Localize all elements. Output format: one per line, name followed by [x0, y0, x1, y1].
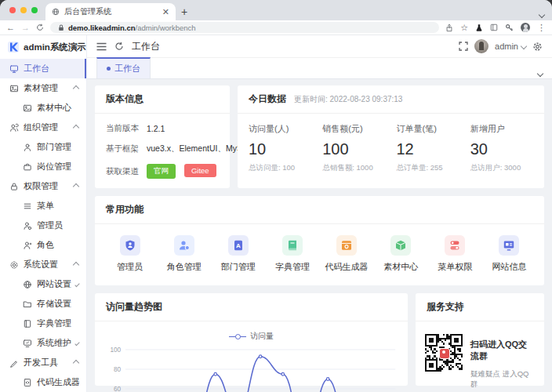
minimize-window-icon[interactable]: [20, 7, 27, 13]
sidebar-item-label: 素材管理: [24, 82, 58, 94]
code-gen-icon: [336, 235, 357, 256]
gear-icon: [9, 260, 19, 270]
user-icon: [23, 143, 32, 152]
sidebar-item[interactable]: 菜单: [0, 196, 86, 216]
feature-item[interactable]: 素材中心: [374, 235, 428, 273]
back-icon[interactable]: ←: [6, 24, 15, 32]
legend-item-visits[interactable]: 访问量: [103, 331, 400, 342]
fullscreen-icon[interactable]: [459, 42, 468, 51]
browser-tab[interactable]: 后台管理系统 ✕: [45, 3, 176, 20]
feature-item[interactable]: 菜单权限: [428, 235, 482, 273]
share-icon[interactable]: [445, 24, 453, 32]
sidebar-item[interactable]: 存储设置: [0, 294, 86, 314]
app-logo: admin系统演示: [0, 35, 86, 59]
user-avatar[interactable]: [474, 39, 488, 53]
window-controls[interactable]: [0, 0, 45, 20]
sidebar-item[interactable]: 岗位管理: [0, 157, 86, 176]
qq-group-qrcode: [425, 334, 463, 372]
sidebar-item[interactable]: 素材中心: [0, 98, 86, 118]
refresh-icon[interactable]: [114, 42, 124, 51]
qr-title: 扫码进入QQ交流群: [470, 339, 535, 362]
sidebar-item[interactable]: 字典管理: [0, 314, 86, 333]
admin-shield-icon: [120, 235, 140, 256]
chevron-up-icon: [73, 261, 79, 267]
svg-text:60: 60: [114, 385, 121, 392]
legend-label: 访问量: [250, 331, 274, 342]
visits-trend-card: 访问量趋势图 访问量 100806040200: [95, 293, 408, 386]
password-key-icon[interactable]: [505, 24, 514, 32]
chart-card-title: 访问量趋势图: [106, 300, 162, 314]
feature-item[interactable]: 角色管理: [157, 235, 211, 273]
tab-options-chevron-icon[interactable]: [538, 65, 543, 79]
tab-search-chevron-icon[interactable]: [539, 6, 544, 20]
sidebar-item[interactable]: 系统维护: [0, 333, 86, 353]
sidebar-item[interactable]: 开发工具: [0, 353, 86, 372]
feature-item[interactable]: 代码生成器: [320, 235, 374, 273]
sidebar-item-label: 存储设置: [37, 298, 71, 310]
feature-item[interactable]: 字典管理: [265, 235, 319, 273]
book-icon: [23, 319, 32, 328]
sidebar-item[interactable]: 素材管理: [0, 78, 86, 98]
sidebar-item[interactable]: 管理员: [0, 216, 86, 235]
stat-label: 新增用户: [470, 123, 544, 135]
stat-item: 新增用户 30 总访用户: 3000: [470, 123, 544, 173]
browser-window: 后台管理系统 ✕ + ← → demo.likeadmin.cn/admin/w…: [0, 0, 552, 392]
feature-item[interactable]: A部门管理: [211, 235, 265, 273]
bookmark-star-icon[interactable]: ☆: [460, 24, 468, 32]
stat-total: 总访用户: 3000: [470, 163, 544, 173]
sidebar-item[interactable]: 角色: [0, 235, 86, 255]
sidebar: admin系统演示 工作台素材管理素材中心组织管理部门管理岗位管理权限管理菜单管…: [0, 35, 87, 392]
close-window-icon[interactable]: [9, 7, 16, 13]
extension-flask-icon[interactable]: [475, 24, 483, 32]
support-card-title: 服务支持: [427, 300, 464, 314]
legend-line-marker-icon: [229, 336, 246, 337]
sidebar-item[interactable]: 代码生成器: [0, 372, 86, 392]
admin-icon: [23, 221, 32, 230]
new-tab-button[interactable]: +: [176, 3, 193, 20]
role-user-icon: [174, 235, 194, 256]
reading-mode-icon[interactable]: [490, 24, 498, 31]
reload-icon[interactable]: [36, 24, 44, 31]
svg-text:100: 100: [110, 346, 121, 354]
sidebar-item[interactable]: 权限管理: [0, 176, 86, 196]
address-bar[interactable]: demo.likeadmin.cn/admin/workbench: [50, 22, 439, 33]
url-path: /admin/workbench: [136, 24, 196, 32]
sidebar-item[interactable]: 网站设置: [0, 274, 86, 294]
sidebar-item-label: 系统设置: [24, 259, 58, 270]
people-icon: [9, 123, 19, 132]
browser-profile-avatar[interactable]: [521, 23, 530, 32]
gitee-button[interactable]: Gitee: [184, 164, 216, 177]
collapse-menu-icon[interactable]: [96, 42, 107, 51]
breadcrumb: 工作台: [132, 40, 160, 53]
feature-item[interactable]: 网站信息: [482, 235, 536, 273]
tab-workbench[interactable]: 工作台: [96, 57, 151, 78]
service-support-card: 服务支持 扫码进入QQ交流群 疑难疑点 进入QQ群: [416, 293, 544, 386]
zoom-window-icon[interactable]: [31, 7, 38, 13]
sidebar-item[interactable]: 组织管理: [0, 118, 86, 137]
sidebar-item[interactable]: 部门管理: [0, 137, 86, 157]
visits-line-chart: 100806040200: [103, 343, 400, 392]
sidebar-item-label: 组织管理: [24, 122, 58, 133]
feature-item[interactable]: 管理员: [103, 235, 157, 273]
chevron-down-icon: [74, 340, 79, 345]
channel-row: 获取渠道 官网 Gitee: [106, 164, 219, 179]
official-site-button[interactable]: 官网: [147, 164, 176, 179]
stat-item: 访问量(人) 10 总访问量: 100: [249, 123, 322, 173]
version-card-title: 版本信息: [106, 93, 143, 106]
qr-center-avatar-icon: [439, 348, 450, 359]
workspace-tabbar: 工作台: [87, 57, 552, 79]
browser-menu-dots-icon[interactable]: ⋮: [537, 24, 546, 32]
sidebar-item[interactable]: 工作台: [0, 59, 86, 78]
username: admin: [495, 42, 518, 51]
forward-icon[interactable]: →: [21, 24, 30, 32]
sidebar-item-label: 岗位管理: [37, 161, 71, 172]
sidebar-item-label: 开发工具: [24, 357, 58, 368]
version-card: 版本信息 当前版本 1.2.1 基于框架 vue3.x、ElementUI、My…: [95, 85, 230, 188]
tab-close-icon[interactable]: ✕: [162, 7, 169, 17]
settings-gear-icon[interactable]: [532, 42, 543, 52]
sidebar-item-label: 管理员: [37, 220, 63, 231]
sidebar-item[interactable]: 系统设置: [0, 255, 86, 274]
chevron-up-icon: [73, 359, 79, 365]
stat-label: 访问量(人): [249, 123, 322, 135]
user-dropdown[interactable]: admin: [495, 42, 526, 51]
